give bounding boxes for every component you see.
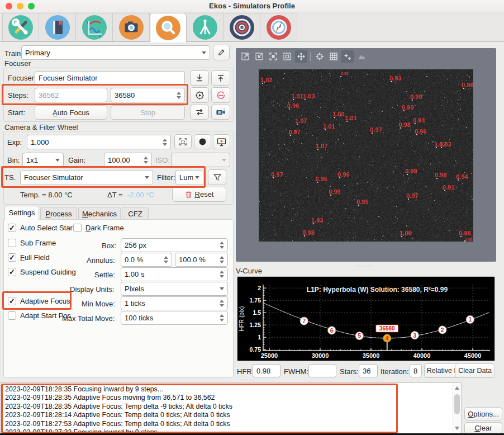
toggle-subframe-button[interactable] — [174, 134, 192, 149]
pan-icon[interactable] — [295, 50, 307, 63]
module-tab-capture[interactable] — [113, 13, 150, 41]
log-scrollbar[interactable] — [453, 383, 461, 433]
log-view[interactable]: 2023-02-09T18:28:35 Focusing inward by 9… — [0, 382, 462, 434]
scroll-down-icon[interactable] — [455, 427, 459, 430]
zoom-in-icon[interactable] — [253, 50, 265, 63]
spin-arrows-icon[interactable] — [144, 157, 148, 164]
svg-text:2: 2 — [441, 327, 444, 333]
iso-label: ISO: — [155, 156, 170, 164]
module-tab-setup[interactable] — [2, 13, 39, 41]
star-hfr-label: 0.91 — [443, 184, 454, 191]
star-hfr-label: 0.96 — [415, 128, 426, 135]
full-field-checkbox[interactable]: ✓ Full Field — [8, 253, 50, 262]
camera-device-combobox[interactable]: Focuser Simulator — [20, 170, 153, 185]
crosshair-icon[interactable] — [313, 50, 326, 63]
adaptive-focus-checkbox[interactable]: ✓ Adaptive Focus — [8, 297, 70, 305]
svg-text:L1P: Hyperbola (W) Solution: 3: L1P: Hyperbola (W) Solution: 36580, R²=0… — [307, 286, 448, 294]
spin-arrows-icon[interactable] — [177, 92, 181, 99]
focuser-device-field[interactable]: Focuser Simulator — [35, 71, 185, 85]
options-button[interactable]: Options... — [464, 407, 502, 420]
spin-arrows-icon[interactable] — [220, 314, 224, 321]
annulus-min-spinbox[interactable]: 0.0 % — [121, 253, 172, 267]
focus-in-button[interactable] — [190, 70, 209, 86]
grid-icon[interactable] — [327, 50, 340, 63]
filter-label: Filter: — [157, 173, 175, 182]
max-total-move-spinbox[interactable]: 100 ticks — [121, 311, 228, 325]
tab-mechanics[interactable]: Mechanics — [78, 207, 121, 220]
module-tab-guide[interactable] — [224, 13, 260, 41]
svg-text:1.5: 1.5 — [253, 309, 261, 316]
live-view-button[interactable] — [213, 134, 230, 149]
min-move-spinbox[interactable]: 1 ticks — [121, 296, 228, 310]
settle-spinbox[interactable]: 1.00 s — [121, 267, 228, 281]
spin-arrows-icon[interactable] — [220, 242, 224, 249]
module-tab-analyze[interactable]: Yx — [76, 13, 113, 41]
star-hfr-label: 0.90 — [402, 104, 413, 111]
module-tab-mount[interactable] — [187, 13, 224, 41]
display-units-combobox[interactable]: Pixels — [121, 282, 228, 296]
zoom-fit-icon[interactable] — [267, 50, 279, 63]
scroll-up-icon[interactable] — [455, 386, 459, 390]
capture-loop-button[interactable] — [190, 105, 209, 120]
gain-spinbox[interactable]: 100.00 — [104, 153, 152, 167]
train-combobox[interactable]: Primary — [21, 45, 210, 60]
filter-settings-button[interactable] — [208, 169, 226, 185]
focus-out-button[interactable] — [211, 70, 230, 86]
svg-text:36580: 36580 — [379, 325, 395, 332]
svg-text:5: 5 — [358, 332, 361, 339]
spin-arrows-icon[interactable] — [220, 300, 224, 307]
steps-current-field[interactable]: 36562 — [35, 88, 107, 102]
zoom-actual-icon[interactable] — [281, 50, 293, 63]
clear-log-button[interactable]: Clear — [464, 422, 502, 434]
svg-text:i: i — [224, 108, 224, 111]
binning-combobox[interactable]: 1x1 — [22, 153, 64, 167]
tab-settings[interactable]: Settings — [4, 206, 39, 220]
module-tab-focus[interactable] — [150, 13, 187, 42]
exposure-spinbox[interactable]: 1.000 — [27, 135, 171, 149]
star-hfr-label: 0.96 — [462, 82, 473, 88]
chevron-down-icon — [202, 51, 206, 54]
live-video-button[interactable]: i — [211, 105, 230, 120]
svg-text:3: 3 — [413, 332, 416, 339]
scrollbar-thumb[interactable] — [454, 394, 460, 414]
log-line: 2023-02-09T18:28:14 Adaptive Focus: Temp… — [1, 411, 461, 419]
spin-arrows-icon[interactable] — [220, 271, 224, 278]
reset-button[interactable]: Reset — [172, 187, 226, 202]
tab-process[interactable]: Process — [40, 207, 77, 220]
dark-frame-button[interactable] — [194, 134, 211, 149]
sub-frame-checkbox[interactable]: Sub Frame — [8, 239, 56, 247]
auto-select-star-checkbox[interactable]: ✓ Auto Select Star — [8, 224, 73, 232]
spin-arrows-icon[interactable] — [163, 139, 167, 146]
spin-arrows-icon[interactable] — [220, 256, 224, 263]
stars-icon[interactable] — [341, 50, 354, 63]
box-spinbox[interactable]: 256 px — [121, 238, 228, 252]
starfield-image[interactable]: 1.020.920.930.961.011.030.990.960.901.00… — [259, 69, 473, 242]
dark-frame-checkbox[interactable]: Dark Frame — [73, 224, 124, 232]
start-focus-button[interactable] — [190, 87, 209, 103]
spin-arrows-icon[interactable] — [164, 256, 168, 263]
auto-focus-button[interactable]: Auto Focus — [35, 105, 107, 120]
abort-focus-button[interactable] — [211, 87, 230, 103]
star-hfr-label: 0.93 — [389, 75, 401, 82]
svg-text:1.75: 1.75 — [250, 297, 261, 304]
svg-text:25000: 25000 — [261, 352, 278, 359]
tab-cfz[interactable]: CFZ — [122, 207, 149, 220]
iteration-label: Iteration: — [381, 367, 409, 376]
edit-train-button[interactable] — [213, 45, 230, 60]
abort-icon — [216, 91, 226, 100]
camera-video-icon: i — [216, 108, 226, 116]
filter-combobox[interactable]: Lum — [175, 170, 203, 185]
svg-text:0.75: 0.75 — [250, 346, 261, 353]
delta-t-value: -2.00 °C — [127, 191, 154, 199]
module-tab-scheduler[interactable] — [39, 13, 76, 41]
star-hfr-label: 0.94 — [456, 173, 468, 180]
star-hfr-label: 1.00 — [332, 111, 344, 117]
suspend-guiding-checkbox[interactable]: ✓ Suspend Guiding — [8, 268, 76, 276]
annulus-max-spinbox[interactable]: 100.0 % — [175, 253, 228, 267]
clear-data-button[interactable]: Clear Data — [455, 363, 495, 378]
splitter-handle[interactable]: ······ — [355, 263, 373, 269]
zoom-out-icon[interactable] — [239, 50, 251, 63]
steps-target-spinbox[interactable]: 36580 — [111, 88, 185, 102]
vcurve-section-label: V-Curve — [236, 267, 262, 275]
module-tab-align[interactable] — [260, 13, 297, 41]
